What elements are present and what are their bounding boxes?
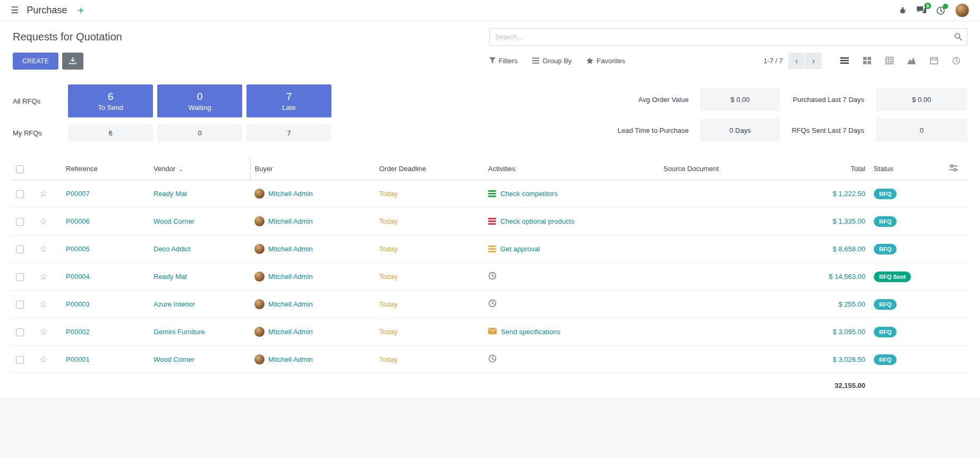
- favorite-star-icon[interactable]: ☆: [39, 299, 47, 309]
- activity-clock-icon[interactable]: [488, 299, 497, 309]
- stat-value-rfqs-sent-last-7-days: 0: [876, 118, 967, 142]
- row-checkbox[interactable]: [16, 356, 24, 364]
- reference-link[interactable]: P00006: [66, 217, 90, 225]
- row-checkbox[interactable]: [16, 301, 24, 309]
- header-order-deadline[interactable]: Order Deadline: [375, 158, 484, 180]
- my-kpi-waiting[interactable]: 0: [157, 124, 242, 142]
- favorite-star-icon[interactable]: ☆: [39, 354, 47, 364]
- header-buyer[interactable]: Buyer: [250, 158, 375, 180]
- activity-label[interactable]: Get approval: [500, 245, 540, 253]
- favorite-star-icon[interactable]: ☆: [39, 189, 47, 199]
- row-checkbox[interactable]: [16, 190, 24, 198]
- reference-link[interactable]: P00002: [66, 328, 90, 336]
- status-badge: RFQ: [874, 189, 897, 199]
- row-checkbox[interactable]: [16, 245, 24, 253]
- kanban-view-icon: [863, 57, 871, 64]
- reference-link[interactable]: P00001: [66, 355, 90, 363]
- list-view-button[interactable]: [833, 53, 856, 69]
- activity-list-icon[interactable]: [488, 190, 496, 197]
- table-row[interactable]: ☆ P00006 Wood Corner Mitchell Admin Toda…: [12, 208, 968, 235]
- activity-label[interactable]: Check competitors: [500, 190, 558, 198]
- kanban-view-button[interactable]: [856, 53, 878, 69]
- my-kpi-to-send[interactable]: 6: [68, 124, 153, 142]
- buyer-link[interactable]: Mitchell Admin: [268, 245, 313, 253]
- create-button[interactable]: CREATE: [13, 53, 58, 70]
- table-row[interactable]: ☆ P00001 Wood Corner Mitchell Admin Toda…: [12, 346, 968, 374]
- buyer-link[interactable]: Mitchell Admin: [268, 355, 313, 363]
- search-input[interactable]: [489, 28, 967, 46]
- messages-icon[interactable]: 5: [917, 6, 926, 14]
- activity-envelope-icon[interactable]: [488, 328, 497, 336]
- select-all-checkbox[interactable]: [16, 165, 24, 173]
- reference-link[interactable]: P00005: [66, 245, 90, 253]
- pager-previous-button[interactable]: ‹: [788, 53, 805, 69]
- favorite-star-icon[interactable]: ☆: [39, 216, 47, 226]
- vendor-link[interactable]: Ready Mat: [154, 190, 187, 198]
- header-source-document[interactable]: Source Document: [659, 158, 806, 180]
- graph-view-button[interactable]: [900, 53, 923, 69]
- source-document: [659, 208, 806, 235]
- vendor-link[interactable]: Wood Corner: [154, 355, 194, 363]
- activity-label[interactable]: Check optional products: [500, 217, 574, 225]
- export-button[interactable]: [62, 53, 83, 70]
- table-row[interactable]: ☆ P00007 Ready Mat Mitchell Admin Today …: [12, 180, 968, 208]
- pivot-view-button[interactable]: [878, 53, 900, 69]
- row-checkbox[interactable]: [16, 328, 24, 336]
- filters-button[interactable]: Filters: [489, 57, 517, 65]
- table-row[interactable]: ☆ P00002 Gemini Furniture Mitchell Admin…: [12, 318, 968, 346]
- vendor-link[interactable]: Deco Addict: [154, 245, 190, 253]
- vendor-link[interactable]: Ready Mat: [154, 273, 187, 281]
- pager-next-button[interactable]: ›: [805, 53, 822, 69]
- activity-view-button[interactable]: [945, 53, 967, 69]
- user-avatar[interactable]: [955, 3, 969, 18]
- apps-menu-icon[interactable]: ☰: [11, 5, 19, 16]
- header-total[interactable]: Total: [806, 158, 870, 180]
- table-row[interactable]: ☆ P00003 Azure Interior Mitchell Admin T…: [12, 291, 968, 318]
- quick-create-icon[interactable]: +: [78, 5, 84, 16]
- activity-list-icon[interactable]: [488, 245, 496, 252]
- search-icon[interactable]: [954, 32, 962, 43]
- row-checkbox[interactable]: [16, 218, 24, 226]
- buyer-link[interactable]: Mitchell Admin: [268, 190, 313, 198]
- favorite-star-icon[interactable]: ☆: [39, 244, 47, 254]
- kpi-to-send[interactable]: 6 To Send: [68, 84, 153, 117]
- activity-label[interactable]: Send specifications: [501, 328, 560, 336]
- table-row[interactable]: ☆ P00005 Deco Addict Mitchell Admin Toda…: [12, 235, 968, 263]
- vendor-link[interactable]: Wood Corner: [154, 217, 194, 225]
- activities-clock-icon[interactable]: [936, 6, 945, 15]
- vendor-link[interactable]: Gemini Furniture: [154, 328, 205, 336]
- buyer-link[interactable]: Mitchell Admin: [268, 328, 313, 336]
- favorite-star-icon[interactable]: ☆: [39, 272, 47, 282]
- buyer-link[interactable]: Mitchell Admin: [268, 300, 313, 308]
- header-reference[interactable]: Reference: [62, 158, 149, 180]
- activity-list-icon[interactable]: [488, 218, 496, 225]
- stat-label-rfqs-sent-last-7-days: RFQs Sent Last 7 Days: [791, 126, 864, 134]
- header-status[interactable]: Status: [870, 158, 939, 180]
- reference-link[interactable]: P00003: [66, 300, 90, 308]
- kpi-waiting[interactable]: 0 Waiting: [157, 84, 242, 117]
- app-name[interactable]: Purchase: [27, 5, 67, 16]
- order-deadline: Today: [379, 355, 398, 363]
- reference-link[interactable]: P00004: [66, 273, 90, 281]
- optional-columns-button[interactable]: [949, 164, 958, 173]
- group-by-button[interactable]: Group By: [532, 57, 572, 65]
- activity-clock-icon[interactable]: [488, 354, 497, 364]
- reference-link[interactable]: P00007: [66, 190, 90, 198]
- my-kpi-late[interactable]: 7: [246, 124, 331, 142]
- row-checkbox[interactable]: [16, 273, 24, 281]
- favorites-button[interactable]: Favorites: [586, 57, 625, 65]
- buyer-link[interactable]: Mitchell Admin: [268, 273, 313, 281]
- calendar-view-icon: [930, 57, 938, 64]
- vendor-link[interactable]: Azure Interior: [154, 300, 195, 308]
- group-by-icon: [532, 57, 539, 64]
- table-row[interactable]: ☆ P00004 Ready Mat Mitchell Admin Today …: [12, 263, 968, 291]
- header-vendor[interactable]: Vendor⌄: [149, 158, 250, 180]
- kpi-late[interactable]: 7 Late: [246, 84, 331, 117]
- debug-bug-icon[interactable]: [899, 6, 907, 14]
- favorite-star-icon[interactable]: ☆: [39, 327, 47, 337]
- buyer-link[interactable]: Mitchell Admin: [268, 217, 313, 225]
- calendar-view-button[interactable]: [923, 53, 945, 69]
- graph-view-icon: [907, 57, 916, 64]
- activity-clock-icon[interactable]: [488, 272, 497, 282]
- header-activities[interactable]: Activities: [484, 158, 659, 180]
